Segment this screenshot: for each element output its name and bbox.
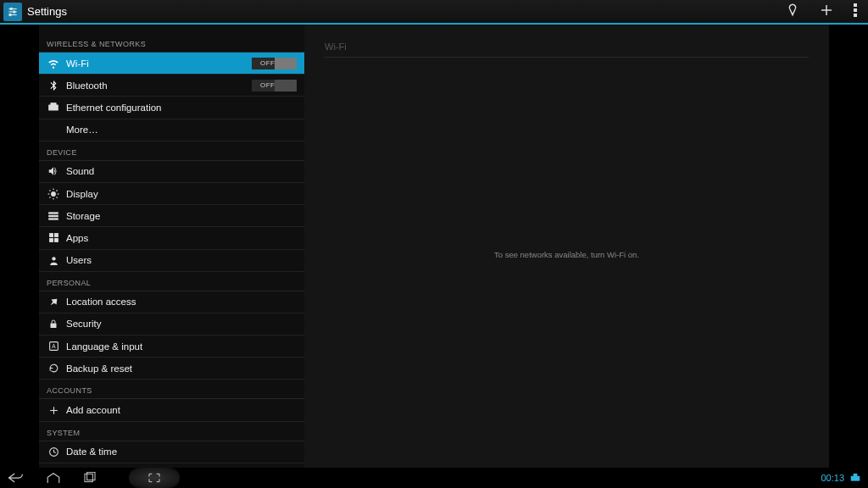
svg-rect-12 — [51, 103, 57, 105]
language-icon: A — [47, 341, 60, 352]
sidebar-item-label: Language & input — [66, 341, 297, 352]
sidebar-item-label: Wi-Fi — [66, 58, 252, 69]
sidebar-item-label: Storage — [66, 211, 297, 221]
sidebar-item-label: Ethernet configuration — [66, 103, 297, 113]
settings-list: WIRELESS & NETWORKS Wi-Fi OFF Bluetooth … — [39, 25, 304, 468]
sidebar-item-storage[interactable]: Storage — [39, 205, 304, 227]
sidebar-item-label: Location access — [66, 297, 297, 307]
sidebar-item-users[interactable]: Users — [39, 250, 304, 272]
wifi-icon — [47, 58, 60, 69]
sidebar-item-label: More… — [66, 125, 297, 135]
sidebar-item-label: Date & time — [66, 446, 297, 457]
sidebar-item-datetime[interactable]: Date & time — [39, 441, 304, 463]
sound-icon — [47, 165, 60, 177]
svg-rect-28 — [54, 238, 58, 242]
home-button[interactable] — [46, 472, 61, 484]
back-button[interactable] — [7, 472, 24, 484]
section-header-system: SYSTEM — [39, 422, 304, 441]
right-gutter — [829, 25, 868, 468]
detail-panel-title: Wi-Fi — [325, 42, 809, 58]
svg-rect-36 — [85, 474, 92, 481]
sidebar-item-display[interactable]: Display — [39, 183, 304, 205]
svg-rect-25 — [49, 233, 53, 237]
left-gutter — [0, 25, 39, 468]
add-network-icon[interactable] — [819, 3, 834, 21]
plus-icon — [47, 405, 60, 416]
sidebar-item-backup[interactable]: Backup & reset — [39, 358, 304, 380]
backup-icon — [47, 363, 60, 374]
section-header-accounts: ACCOUNTS — [39, 380, 304, 399]
sidebar-item-apps[interactable]: Apps — [39, 227, 304, 249]
svg-rect-26 — [54, 233, 58, 237]
sidebar-item-label: Backup & reset — [66, 363, 297, 374]
apps-icon — [47, 232, 60, 243]
sidebar-item-label: Sound — [66, 166, 297, 176]
sidebar-item-label: Add account — [66, 405, 297, 415]
svg-rect-39 — [854, 474, 858, 477]
ethernet-status-icon — [849, 470, 861, 485]
empty-state-message: To see networks available, turn Wi-Fi on… — [494, 250, 639, 259]
bluetooth-toggle[interactable]: OFF — [252, 80, 297, 92]
sidebar-item-add-account[interactable]: Add account — [39, 399, 304, 421]
svg-rect-10 — [854, 14, 857, 17]
sidebar-item-label: Bluetooth — [66, 80, 252, 91]
lock-icon — [47, 319, 60, 330]
svg-line-19 — [57, 197, 58, 197]
bluetooth-icon — [47, 80, 60, 92]
storage-icon — [47, 211, 60, 221]
overflow-menu-icon[interactable] — [853, 3, 858, 21]
navigation-bar: 00:13 — [0, 468, 868, 488]
detail-panel: Wi-Fi To see networks available, turn Wi… — [304, 25, 829, 468]
status-clock: 00:13 — [821, 473, 844, 483]
display-icon — [47, 188, 60, 200]
sidebar-item-location[interactable]: Location access — [39, 291, 304, 313]
sidebar-item-wifi[interactable]: Wi-Fi OFF — [39, 53, 304, 75]
clock-icon — [47, 446, 60, 458]
svg-rect-37 — [87, 472, 95, 480]
action-bar: Settings — [0, 0, 868, 25]
sidebar-item-label: Display — [66, 189, 297, 199]
svg-point-3 — [14, 10, 15, 12]
svg-point-13 — [51, 191, 56, 197]
screenshot-button[interactable] — [129, 468, 180, 488]
svg-rect-8 — [854, 3, 857, 7]
ethernet-icon — [47, 103, 60, 113]
page-title: Settings — [27, 5, 785, 18]
svg-line-20 — [49, 197, 50, 197]
svg-line-18 — [49, 190, 50, 191]
svg-rect-27 — [49, 238, 53, 242]
svg-point-1 — [10, 8, 12, 9]
svg-rect-38 — [851, 476, 860, 481]
svg-rect-11 — [48, 104, 58, 110]
sidebar-item-label: Users — [66, 255, 297, 265]
section-header-wireless: WIRELESS & NETWORKS — [39, 31, 304, 53]
sidebar-item-bluetooth[interactable]: Bluetooth OFF — [39, 75, 304, 97]
sidebar-item-label: Security — [66, 319, 297, 329]
svg-line-21 — [57, 190, 58, 191]
settings-app-icon — [3, 3, 22, 21]
svg-rect-30 — [51, 323, 57, 328]
svg-rect-22 — [48, 212, 58, 214]
section-header-personal: PERSONAL — [39, 272, 304, 291]
wifi-toggle[interactable]: OFF — [252, 58, 297, 69]
sidebar-item-label: Apps — [66, 233, 297, 243]
users-icon — [47, 255, 60, 266]
recent-apps-button[interactable] — [83, 472, 97, 484]
svg-rect-24 — [48, 218, 58, 219]
sidebar-item-ethernet[interactable]: Ethernet configuration — [39, 97, 304, 119]
location-icon — [47, 297, 60, 308]
sidebar-item-sound[interactable]: Sound — [39, 161, 304, 183]
svg-rect-23 — [48, 215, 58, 217]
svg-point-5 — [9, 14, 11, 15]
section-header-device: DEVICE — [39, 141, 304, 161]
sidebar-item-more[interactable]: More… — [39, 119, 304, 141]
svg-rect-9 — [854, 8, 857, 12]
sidebar-item-security[interactable]: Security — [39, 313, 304, 336]
sidebar-item-language[interactable]: A Language & input — [39, 336, 304, 358]
svg-point-29 — [52, 257, 55, 260]
wps-icon[interactable] — [785, 3, 800, 21]
svg-text:A: A — [52, 343, 56, 349]
